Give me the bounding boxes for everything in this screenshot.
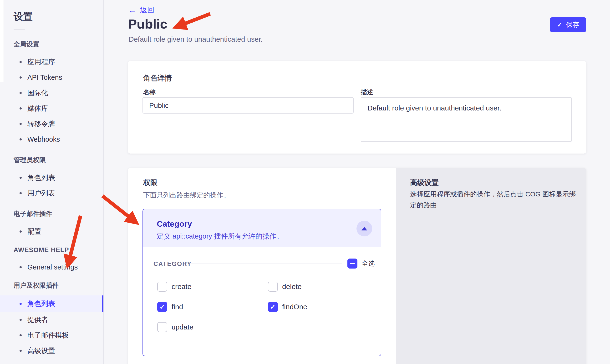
role-details-card: 角色详情 名称 描述 Default role given to unauthe… — [128, 61, 586, 154]
permissions-card: 权限 下面只列出路由绑定的操作。 Category 定义 api::catego… — [128, 168, 586, 364]
sidebar-item-label: API Tokens — [27, 74, 62, 81]
chevron-up-icon — [362, 227, 367, 231]
subnav-divider — [14, 29, 25, 29]
sidebar-item-0-1[interactable]: API Tokens — [0, 70, 103, 85]
sidebar-section-list: 角色列表提供者电子邮件模板高级设置 — [0, 295, 103, 359]
permissions-subtitle: 下面只列出路由绑定的操作。 — [143, 191, 230, 200]
role-description-textarea[interactable]: Default role given to unauthenticated us… — [361, 97, 572, 142]
accordion-title: Category — [157, 219, 192, 229]
sidebar-item-label: 高级设置 — [27, 346, 55, 356]
actions-grid: createdeletefindfindOneupdate — [157, 282, 382, 332]
sidebar-item-label: 配置 — [27, 227, 41, 236]
back-label: 返回 — [140, 5, 154, 15]
bullet-icon — [20, 123, 22, 125]
action-label: create — [172, 283, 191, 291]
sidebar-section-list: 应用程序API Tokens国际化媒体库转移令牌Webhooks — [0, 54, 103, 147]
subnav-title: 设置 — [14, 10, 103, 23]
accordion-subtitle: 定义 api::category 插件所有允许的操作。 — [157, 232, 283, 241]
role-details-title: 角色详情 — [143, 73, 172, 83]
permission-group-label: CATEGORY — [153, 260, 191, 268]
sidebar-item-0-3[interactable]: 媒体库 — [0, 101, 103, 116]
bullet-icon — [20, 266, 22, 268]
bullet-icon — [20, 334, 22, 336]
name-field-label: 名称 — [143, 88, 156, 96]
sidebar-item-3-0[interactable]: General settings — [0, 260, 103, 275]
collapse-toggle-button[interactable] — [356, 221, 372, 236]
select-all-checkbox[interactable] — [347, 259, 357, 269]
sidebar-item-label: 应用程序 — [27, 57, 55, 67]
sidebar-item-label: 媒体库 — [27, 104, 48, 113]
check-icon: ✓ — [557, 21, 562, 28]
action-row-update: update — [157, 322, 268, 332]
sidebar-item-label: 角色列表 — [27, 173, 55, 182]
checkbox-delete[interactable] — [268, 282, 278, 292]
sidebar-item-0-2[interactable]: 国际化 — [0, 85, 103, 101]
sidebar-item-label: 用户列表 — [27, 189, 55, 198]
sidebar-item-0-4[interactable]: 转移令牌 — [0, 116, 103, 132]
bullet-icon — [20, 177, 22, 179]
settings-subnav: 设置 全局设置应用程序API Tokens国际化媒体库转移令牌Webhooks管… — [0, 0, 104, 364]
sidebar-item-2-0[interactable]: 配置 — [0, 224, 103, 239]
red-arrow-annotation-title — [177, 14, 210, 27]
sidebar-section-list: 配置 — [0, 224, 103, 239]
description-field-label: 描述 — [361, 88, 373, 96]
sidebar-item-label: 转移令牌 — [27, 119, 55, 129]
bullet-icon — [20, 231, 22, 233]
sidebar-item-4-3[interactable]: 高级设置 — [0, 343, 103, 359]
sidebar-item-4-2[interactable]: 电子邮件模板 — [0, 328, 103, 343]
sidebar-item-4-0[interactable]: 角色列表 — [0, 295, 103, 312]
sidebar-section-list: 角色列表用户列表 — [0, 170, 103, 201]
action-row-find: find — [157, 302, 268, 312]
page-subtitle: Default role given to unauthenticated us… — [129, 35, 263, 43]
sidebar-item-4-1[interactable]: 提供者 — [0, 312, 103, 328]
bullet-icon — [20, 350, 22, 352]
bullet-icon — [20, 107, 22, 109]
checkbox-findOne[interactable] — [268, 302, 278, 312]
sidebar-section-label: 用户及权限插件 — [14, 281, 103, 290]
sidebar-item-0-0[interactable]: 应用程序 — [0, 54, 103, 70]
sidebar-item-1-1[interactable]: 用户列表 — [0, 185, 103, 201]
checkbox-update[interactable] — [157, 322, 167, 332]
settings-role-page: { "colors": { "accent": "#4945ff", "high… — [0, 0, 610, 364]
sidebar-item-0-5[interactable]: Webhooks — [0, 132, 103, 147]
action-row-findOne: findOne — [268, 302, 382, 312]
advanced-settings-panel: 高级设置 选择应用程序或插件的操作，然后点击 COG 图标显示绑定的路由 — [396, 168, 586, 364]
select-all-label: 全选 — [362, 259, 375, 268]
checkbox-find[interactable] — [157, 302, 167, 312]
bullet-icon — [20, 77, 22, 78]
action-label: delete — [282, 283, 302, 291]
sidebar-item-label: 国际化 — [27, 88, 48, 98]
bullet-icon — [20, 192, 22, 194]
role-name-input[interactable] — [142, 97, 354, 114]
save-button[interactable]: ✓ 保存 — [550, 17, 586, 32]
category-accordion-header[interactable]: Category 定义 api::category 插件所有允许的操作。 — [143, 209, 381, 247]
category-accordion-body: CATEGORY 全选 createdeletefindfindOneupdat… — [143, 247, 381, 356]
sidebar-section-label: 管理员权限 — [14, 156, 103, 164]
back-link[interactable]: ← 返回 — [128, 5, 154, 15]
advanced-settings-title: 高级设置 — [410, 178, 439, 188]
permissions-title: 权限 — [143, 178, 158, 188]
page-edge-strip — [0, 0, 4, 82]
sidebar-section-label: 电子邮件插件 — [14, 209, 103, 218]
sidebar-section-label: 全局设置 — [14, 40, 103, 49]
bullet-icon — [20, 138, 22, 141]
sidebar-item-1-0[interactable]: 角色列表 — [0, 170, 103, 185]
advanced-settings-description: 选择应用程序或插件的操作，然后点击 COG 图标显示绑定的路由 — [410, 189, 580, 211]
arrow-left-icon: ← — [128, 6, 137, 14]
select-all-control[interactable]: 全选 — [347, 259, 375, 269]
sidebar-sections: 全局设置应用程序API Tokens国际化媒体库转移令牌Webhooks管理员权… — [0, 40, 103, 359]
action-row-create: create — [157, 282, 268, 292]
page-title: Public — [128, 16, 167, 32]
action-label: findOne — [282, 303, 307, 311]
sidebar-item-label: 提供者 — [27, 315, 48, 325]
action-row-delete: delete — [268, 282, 382, 292]
bullet-icon — [20, 61, 22, 63]
sidebar-item-label: General settings — [27, 263, 78, 271]
category-accordion: Category 定义 api::category 插件所有允许的操作。 CAT… — [142, 209, 381, 356]
checkbox-create[interactable] — [157, 282, 167, 292]
action-label: update — [172, 323, 193, 331]
sidebar-section-list: General settings — [0, 260, 103, 275]
sidebar-section-label: AWESOME HELP — [14, 247, 103, 254]
action-label: find — [172, 303, 183, 311]
bullet-icon — [20, 303, 22, 305]
